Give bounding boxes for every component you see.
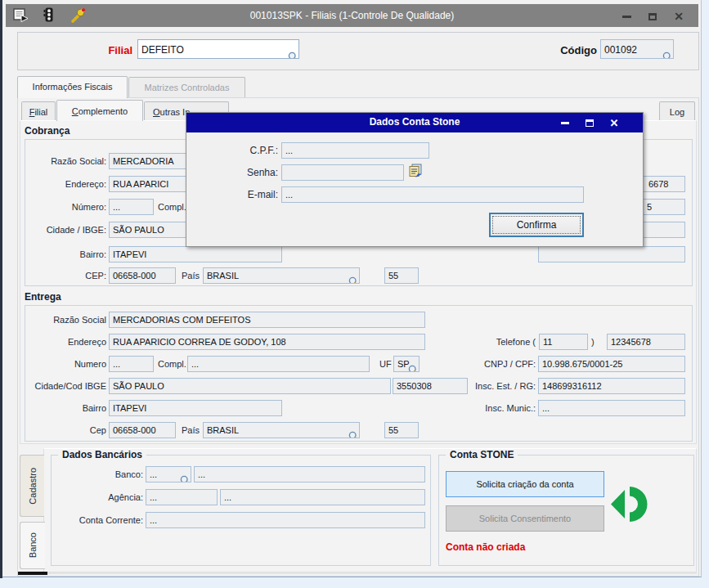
conta-corrente-input[interactable]: ... <box>146 512 425 528</box>
email-value: ... <box>285 190 293 200</box>
cobranca-pais-lookup-icon[interactable] <box>348 276 359 284</box>
cobranca-numero-label: Número: <box>25 199 106 215</box>
agencia-input-nome[interactable]: ... <box>220 489 425 505</box>
cobranca-ddd-value: 55 <box>388 271 398 281</box>
cobranca-cep-input[interactable]: 06658-000 <box>109 267 176 284</box>
cobranca-pais-input[interactable]: BRASIL <box>203 267 360 284</box>
cobranca-endereco-label: Endereço: <box>25 176 106 192</box>
entrega-numero-input[interactable]: ... <box>109 356 154 372</box>
entrega-cidade-label: Cidade/Cod IBGE <box>25 378 106 394</box>
entrega-numero-value: ... <box>113 359 120 369</box>
entrega-pais-label: País <box>182 422 203 438</box>
splitter-handle[interactable] <box>18 572 47 575</box>
side-tab-banco-label: Banco <box>28 532 38 558</box>
codigo-input[interactable]: 001092 <box>600 39 674 59</box>
entrega-endereco-input[interactable]: RUA APARICIO CORREA DE GODOY, 108 <box>109 334 425 350</box>
cobranca-cidade-value: SÃO PAULO <box>113 225 164 235</box>
cobranca-title: Cobrança <box>25 125 70 137</box>
tab-informacoes-fiscais[interactable]: Informações Fiscais <box>17 76 128 98</box>
tab-log-label: Log <box>670 107 684 117</box>
cpf-input[interactable]: ... <box>281 142 429 159</box>
cobranca-razao-label: Razão Social: <box>25 153 106 169</box>
filial-input[interactable]: DEFEITO <box>137 39 299 59</box>
tab-filial[interactable]: Filial <box>21 101 56 121</box>
cobranca-cidade-label: Cidade / IBGE: <box>25 222 106 238</box>
entrega-bairro-input[interactable]: ITAPEVI <box>109 400 282 416</box>
agencia-input-codigo[interactable]: ... <box>146 489 218 505</box>
cobranca-im-input[interactable] <box>538 246 685 263</box>
entrega-razao-value: MERCADORIAS COM DEFEITOS <box>113 315 250 325</box>
cobranca-ddd-input[interactable]: 55 <box>384 267 419 284</box>
cpf-value: ... <box>285 146 293 155</box>
entrega-uf-lookup-icon[interactable] <box>408 365 419 372</box>
banco-input-nome[interactable]: ... <box>194 466 425 483</box>
codigo-label: Código <box>525 41 597 61</box>
entrega-telefone-input[interactable]: 12345678 <box>607 334 685 350</box>
banco-input-codigo[interactable]: ... <box>146 466 191 483</box>
entrega-uf-input[interactable]: SP <box>393 356 420 372</box>
header-panel: Filial DEFEITO Código 001092 <box>17 32 699 70</box>
senha-label: Senha: <box>218 164 278 181</box>
solicita-consentimento-button[interactable]: Solicita Consentimento <box>446 505 604 532</box>
dialog-close-button[interactable]: ✕ <box>607 117 621 128</box>
side-tab-cadastro[interactable]: Cadastro <box>20 455 44 517</box>
solicita-criacao-button[interactable]: Solicita criação da conta <box>446 471 604 497</box>
tab-log[interactable]: Log <box>659 101 695 121</box>
tab-matrizes-controladas[interactable]: Matrizes Controladas <box>128 77 245 98</box>
entrega-im-value: ... <box>542 403 550 413</box>
entrega-ie-input[interactable]: 148699316112 <box>538 378 685 394</box>
minimize-button[interactable] <box>617 11 636 22</box>
entrega-telefone-ddd-input[interactable]: 11 <box>539 334 588 350</box>
cobranca-pais-value: BRASIL <box>207 271 239 281</box>
entrega-pais-value: BRASIL <box>207 425 239 435</box>
dialog-maximize-button[interactable] <box>582 117 597 128</box>
solicita-consentimento-label: Solicita Consentimento <box>479 514 572 523</box>
dialog-minimize-button[interactable] <box>558 117 572 128</box>
filial-label: Filial <box>51 41 132 61</box>
confirma-button[interactable]: Confirma <box>489 213 584 237</box>
cobranca-bairro-label: Bairro: <box>25 246 106 263</box>
maximize-button[interactable] <box>643 11 662 22</box>
tab-complemento-key: C <box>72 106 79 116</box>
entrega-cnpj-value: 10.998.675/0001-25 <box>542 359 622 369</box>
entrega-bairro-value: ITAPEVI <box>113 403 146 413</box>
entrega-im-input[interactable]: ... <box>538 400 685 416</box>
tab-complemento[interactable]: Complemento <box>56 100 143 121</box>
entrega-ddd-input[interactable]: 55 <box>384 422 419 438</box>
filial-lookup-icon[interactable] <box>288 52 298 59</box>
entrega-compl-input[interactable]: ... <box>187 356 370 372</box>
codigo-lookup-icon[interactable] <box>662 52 673 59</box>
splitter-track <box>47 572 697 574</box>
entrega-numero-label: Numero <box>25 356 106 372</box>
entrega-cnpj-label: CNPJ / CPF: <box>433 356 536 372</box>
email-label: E-mail: <box>218 186 278 203</box>
tab-filial-label: ilial <box>34 107 47 117</box>
cobranca-bairro-input[interactable]: ITAPEVI <box>109 246 282 263</box>
agencia-nome-value: ... <box>224 492 231 502</box>
agencia-label: Agência: <box>33 489 143 505</box>
entrega-title: Entrega <box>25 291 61 303</box>
entrega-razao-input[interactable]: MERCADORIAS COM DEFEITOS <box>109 312 425 328</box>
entrega-pais-input[interactable]: BRASIL <box>203 422 360 438</box>
entrega-cnpj-input[interactable]: 10.998.675/0001-25 <box>538 356 685 372</box>
senha-input[interactable] <box>281 164 404 181</box>
cobranca-numero-input[interactable]: ... <box>109 199 154 215</box>
entrega-cep-input[interactable]: 06658-000 <box>109 422 176 438</box>
window-title: 001013SPK - Filiais (1-Controle De Quali… <box>6 10 698 21</box>
entrega-telefone-ddd-value: 11 <box>543 337 552 347</box>
close-button[interactable]: ✕ <box>669 11 689 22</box>
virtual-keyboard-icon[interactable] <box>408 164 423 178</box>
email-input[interactable]: ... <box>281 186 584 203</box>
solicita-criacao-label: Solicita criação da conta <box>476 479 573 489</box>
codigo-value: 001092 <box>604 44 637 56</box>
cobranca-endereco-value: RUA APARICI <box>113 179 168 189</box>
entrega-cidade-input[interactable]: SÃO PAULO <box>109 378 391 394</box>
banco-lookup-icon[interactable] <box>180 475 191 483</box>
banco-codigo-value: ... <box>150 469 157 479</box>
dados-conta-stone-dialog: Dados Conta Stone ✕ C.P.F.: ... Senha: E… <box>186 112 644 247</box>
entrega-pais-lookup-icon[interactable] <box>348 431 359 438</box>
cobranca-cep-label: CEP: <box>25 267 106 284</box>
conta-status-text: Conta não criada <box>446 541 525 553</box>
side-tab-banco[interactable]: Banco <box>20 522 45 569</box>
cpf-label: C.P.F.: <box>218 142 278 159</box>
